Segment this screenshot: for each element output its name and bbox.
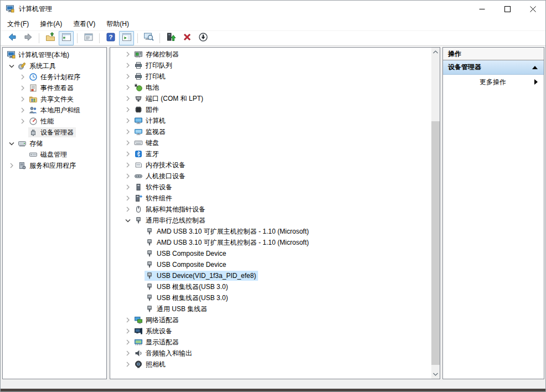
tree-row[interactable]: 打印机: [110, 71, 431, 82]
collapse-section-icon[interactable]: [532, 66, 538, 69]
show-action-pane-button[interactable]: [119, 31, 134, 45]
show-console-tree-button[interactable]: [59, 31, 74, 45]
disable-device-button[interactable]: [195, 31, 210, 45]
back-button[interactable]: [4, 31, 19, 45]
row-content[interactable]: 计算机管理(本地): [6, 50, 71, 60]
row-content[interactable]: 服务和应用程序: [17, 161, 78, 171]
menu-item-3[interactable]: 查看(V): [68, 17, 101, 31]
tree-row[interactable]: 系统设备: [110, 326, 431, 337]
chevron-collapsed-icon[interactable]: [122, 61, 133, 70]
tree-row[interactable]: 网络适配器: [110, 314, 431, 326]
row-content[interactable]: 监视器: [133, 127, 168, 137]
selected-row-content[interactable]: 设备管理器: [28, 127, 76, 137]
row-content[interactable]: 磁盘管理: [28, 149, 69, 159]
tree-row[interactable]: 通用 USB 集线器: [110, 303, 431, 314]
row-content[interactable]: AMD USB 3.10 可扩展主机控制器 - 1.10 (Microsoft): [145, 238, 311, 247]
row-content[interactable]: 打印机: [133, 71, 168, 81]
chevron-collapsed-icon[interactable]: [17, 117, 28, 126]
row-content[interactable]: 鼠标和其他指针设备: [133, 204, 208, 214]
chevron-collapsed-icon[interactable]: [17, 73, 28, 81]
chevron-collapsed-icon[interactable]: [122, 316, 133, 324]
row-content[interactable]: 系统工具: [17, 61, 58, 71]
row-content[interactable]: 事件查看器: [28, 83, 76, 93]
up-one-level-button[interactable]: [43, 31, 58, 45]
tree-row[interactable]: 电池: [110, 82, 431, 93]
row-content[interactable]: 系统设备: [133, 326, 174, 336]
minimize-button[interactable]: [469, 1, 495, 17]
update-driver-button[interactable]: [163, 31, 178, 45]
row-content[interactable]: 照相机: [133, 359, 168, 369]
tree-row[interactable]: 软件组件: [110, 193, 431, 204]
chevron-collapsed-icon[interactable]: [122, 183, 133, 192]
tree-row[interactable]: USB Composite Device: [110, 248, 431, 259]
row-content[interactable]: 通用 USB 集线器: [145, 304, 209, 314]
tree-row[interactable]: 存储控制器: [110, 49, 431, 60]
help-button[interactable]: ?: [103, 31, 118, 45]
chevron-collapsed-icon[interactable]: [122, 94, 133, 103]
row-content[interactable]: 存储: [17, 138, 45, 148]
uninstall-device-button[interactable]: [179, 31, 194, 45]
tree-row[interactable]: USB Device(VID_1f3a_PID_efe8): [110, 270, 431, 281]
tree-row[interactable]: 计算机: [110, 115, 431, 126]
properties-button[interactable]: [81, 31, 96, 45]
tree-row[interactable]: USB 根集线器(USB 3.0): [110, 281, 431, 292]
row-content[interactable]: 通用串行总线控制器: [133, 215, 208, 225]
close-button[interactable]: [520, 1, 545, 17]
row-content[interactable]: 显示适配器: [133, 337, 181, 347]
chevron-expanded-icon[interactable]: [6, 61, 17, 70]
menu-item-2[interactable]: 操作(A): [34, 17, 68, 31]
tree-row[interactable]: 音频输入和输出: [110, 348, 431, 359]
chevron-collapsed-icon[interactable]: [17, 106, 28, 115]
actions-section-device-manager[interactable]: 设备管理器: [443, 60, 544, 75]
row-content[interactable]: 性能: [28, 116, 56, 126]
chevron-collapsed-icon[interactable]: [122, 138, 133, 147]
chevron-collapsed-icon[interactable]: [122, 161, 133, 169]
row-content[interactable]: USB 根集线器(USB 3.0): [145, 293, 230, 303]
chevron-collapsed-icon[interactable]: [122, 149, 133, 158]
tree-row[interactable]: 设备管理器: [3, 127, 106, 138]
chevron-expanded-icon[interactable]: [6, 139, 17, 148]
chevron-collapsed-icon[interactable]: [122, 116, 133, 125]
scroll-up-button[interactable]: [431, 48, 440, 56]
chevron-collapsed-icon[interactable]: [122, 105, 133, 114]
tree-row[interactable]: 打印队列: [110, 60, 431, 71]
more-actions-item[interactable]: 更多操作: [443, 75, 544, 89]
tree-row[interactable]: 端口 (COM 和 LPT): [110, 93, 431, 104]
tree-row[interactable]: 存储: [3, 138, 106, 149]
row-content[interactable]: 软件组件: [133, 193, 174, 203]
tree-row[interactable]: AMD USB 3.10 可扩展主机控制器 - 1.10 (Microsoft): [110, 226, 431, 237]
row-content[interactable]: USB 根集线器(USB 3.0): [145, 282, 230, 292]
menu-item-1[interactable]: 文件(F): [2, 17, 34, 31]
tree-row[interactable]: 磁盘管理: [3, 149, 106, 160]
tree-row[interactable]: 共享文件夹: [3, 94, 106, 105]
row-content[interactable]: 网络适配器: [133, 315, 181, 325]
row-content[interactable]: AMD USB 3.10 可扩展主机控制器 - 1.10 (Microsoft): [145, 226, 311, 236]
tree-row[interactable]: 系统工具: [3, 60, 106, 71]
chevron-expanded-icon[interactable]: [122, 216, 133, 225]
row-content[interactable]: 内存技术设备: [133, 160, 188, 170]
tree-row[interactable]: 任务计划程序: [3, 71, 106, 82]
tree-row[interactable]: 蓝牙: [110, 148, 431, 159]
chevron-collapsed-icon[interactable]: [122, 172, 133, 180]
chevron-collapsed-icon[interactable]: [122, 338, 133, 347]
chevron-collapsed-icon[interactable]: [17, 84, 28, 92]
tree-row[interactable]: 本地用户和组: [3, 105, 106, 116]
tree-row[interactable]: 照相机: [110, 359, 431, 370]
tree-row[interactable]: USB Composite Device: [110, 259, 431, 270]
tree-row[interactable]: 性能: [3, 116, 106, 127]
row-content[interactable]: 打印队列: [133, 60, 174, 70]
tree-row[interactable]: 事件查看器: [3, 82, 106, 94]
scan-hardware-changes-button[interactable]: [141, 31, 156, 45]
row-content[interactable]: 端口 (COM 和 LPT): [133, 94, 205, 104]
row-content[interactable]: USB Composite Device: [145, 249, 228, 259]
forward-button[interactable]: [20, 31, 35, 45]
menu-item-4[interactable]: 帮助(H): [101, 17, 135, 31]
selected-row-content[interactable]: USB Device(VID_1f3a_PID_efe8): [145, 271, 258, 281]
row-content[interactable]: 电池: [133, 82, 161, 92]
tree-row[interactable]: 鼠标和其他指针设备: [110, 204, 431, 215]
row-content[interactable]: 固件: [133, 105, 161, 115]
tree-row[interactable]: 键盘: [110, 137, 431, 148]
tree-row[interactable]: USB 根集线器(USB 3.0): [110, 292, 431, 303]
tree-row[interactable]: AMD USB 3.10 可扩展主机控制器 - 1.10 (Microsoft): [110, 237, 431, 248]
row-content[interactable]: 任务计划程序: [28, 72, 83, 82]
